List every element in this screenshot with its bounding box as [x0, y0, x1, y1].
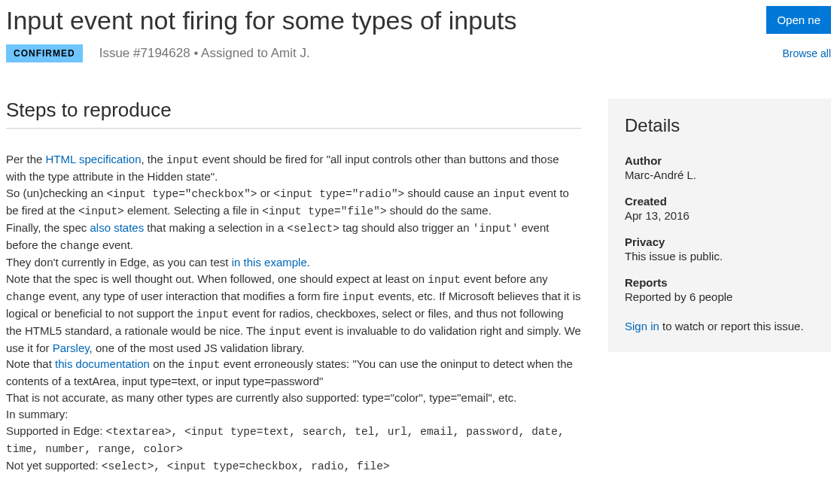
text: .	[307, 256, 310, 269]
html-spec-link[interactable]: HTML specification	[46, 153, 142, 165]
text: event, any type of user interaction that…	[45, 290, 342, 302]
page-title: Input event not firing for some types of…	[6, 6, 517, 35]
text: should do the same.	[387, 204, 492, 217]
code: input	[187, 359, 221, 371]
sign-in-link[interactable]: Sign in	[625, 320, 659, 332]
text: Per the	[6, 153, 46, 165]
code: change	[6, 291, 45, 303]
text: Supported in Edge:	[6, 424, 106, 437]
reports-value: Reported by 6 people	[625, 290, 814, 303]
text: , one of the most used JS validation lib…	[90, 342, 305, 354]
text: , the	[142, 153, 166, 165]
text: that making a selection in a	[144, 221, 287, 234]
example-link[interactable]: in this example	[232, 256, 307, 269]
code: <select>	[287, 223, 339, 235]
text: Finally, the spec	[6, 221, 90, 234]
privacy-value: This issue is public.	[625, 250, 814, 263]
text: Note that	[6, 357, 55, 370]
code: input	[166, 154, 199, 166]
also-states-link[interactable]: also states	[90, 221, 144, 234]
documentation-link[interactable]: this documentation	[55, 357, 150, 370]
text: event before any	[461, 272, 548, 285]
code: input	[428, 274, 461, 286]
text: should cause an	[404, 187, 493, 199]
text: Not yet supported:	[6, 459, 102, 472]
parsley-link[interactable]: Parsley	[53, 342, 90, 354]
text: to watch or report this issue.	[659, 320, 804, 332]
details-sidebar: Details Author Marc-André L. Created Apr…	[608, 99, 831, 352]
details-heading: Details	[625, 115, 814, 136]
code: change	[60, 240, 99, 252]
privacy-label: Privacy	[625, 235, 814, 248]
code: <input>	[78, 205, 124, 217]
browse-all-link[interactable]: Browse all	[782, 47, 831, 59]
code: 'input'	[473, 223, 519, 235]
text: element. Selecting a file in	[124, 204, 262, 217]
code: <input type="file">	[262, 205, 386, 217]
steps-body: Per the HTML specification, the input ev…	[6, 151, 581, 475]
author-label: Author	[625, 154, 814, 167]
text: So (un)checking an	[6, 187, 106, 199]
code: <select>, <input type=checkbox, radio, f…	[102, 460, 390, 472]
text: Note that the spec is well thought out. …	[6, 272, 428, 285]
code: input	[493, 188, 526, 200]
code: input	[342, 291, 376, 303]
steps-heading: Steps to reproduce	[6, 99, 581, 129]
reports-label: Reports	[625, 276, 814, 289]
text: In summary:	[6, 408, 68, 421]
text: That is not accurate, as many other type…	[6, 391, 516, 404]
code: input	[269, 326, 302, 338]
code: input	[196, 308, 230, 320]
text: They don't currently in Edge, as you can…	[6, 256, 232, 269]
text: event.	[99, 238, 133, 251]
code: <input type="checkbox">	[106, 188, 257, 200]
text: or	[257, 187, 274, 199]
status-badge: CONFIRMED	[6, 44, 83, 62]
issue-meta: Issue #7194628 • Assigned to Amit J.	[99, 46, 310, 61]
created-label: Created	[625, 195, 814, 208]
author-value: Marc-André L.	[625, 169, 814, 181]
created-value: Apr 13, 2016	[625, 209, 814, 222]
open-new-button[interactable]: Open ne	[766, 6, 831, 34]
text: tag should also trigger an	[339, 221, 473, 234]
code: <input type="radio">	[273, 188, 404, 200]
text: on the	[150, 357, 187, 370]
